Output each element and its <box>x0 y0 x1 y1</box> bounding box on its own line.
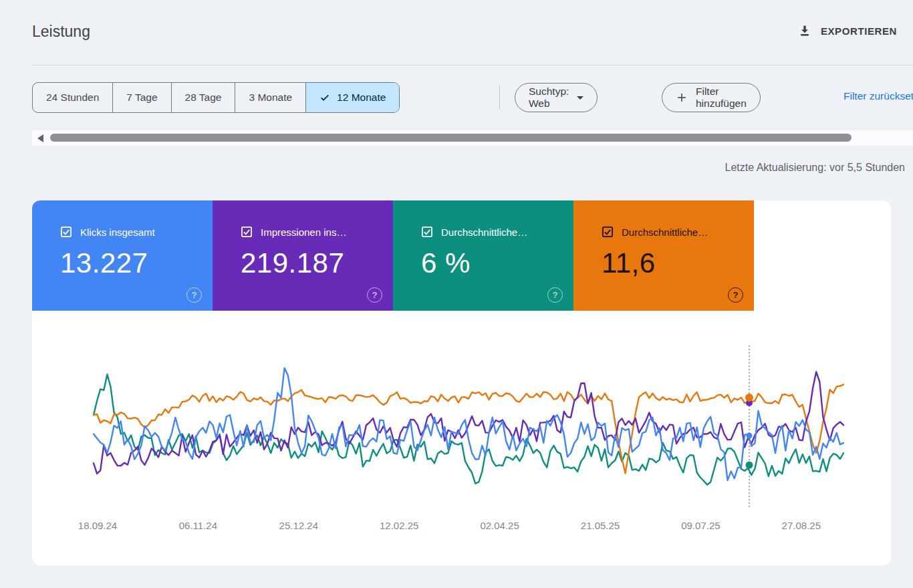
chevron-down-icon <box>577 96 583 100</box>
date-range-label: 28 Tage <box>185 92 222 104</box>
x-axis-label: 21.05.25 <box>581 520 620 531</box>
x-axis-label: 12.02.25 <box>380 520 418 531</box>
cursor-dot-ctr <box>746 462 753 469</box>
date-range-28-tage[interactable]: 28 Tage <box>172 83 236 112</box>
header-divider <box>32 65 913 65</box>
date-range-24-stunden[interactable]: 24 Stunden <box>33 83 113 112</box>
cursor-dot-position <box>745 394 753 402</box>
last-update-text: Letzte Aktualisierung: vor 5,5 Stunden <box>725 162 905 174</box>
x-axis: 18.09.2406.11.2425.12.2412.02.2502.04.25… <box>32 520 891 536</box>
check-icon <box>319 92 330 103</box>
date-range-3-monate[interactable]: 3 Monate <box>235 83 306 112</box>
x-axis-label: 06.11.24 <box>179 520 217 531</box>
date-range-label: 7 Tage <box>126 92 157 104</box>
series-line-impressionen <box>94 372 843 474</box>
performance-panel: Klicks insgesamt 13.227 ? Impressionen i… <box>32 200 891 565</box>
add-filter-button[interactable]: Filter hinzufügen <box>662 83 761 112</box>
scroll-left-arrow-icon[interactable] <box>37 134 43 142</box>
x-axis-label: 09.07.25 <box>681 520 720 531</box>
series-line-ctr <box>94 374 843 484</box>
x-axis-label: 25.12.24 <box>279 520 318 531</box>
filter-bar: 24 Stunden 7 Tage 28 Tage 3 Monate 12 Mo… <box>32 83 400 112</box>
x-axis-label: 02.04.25 <box>480 520 519 531</box>
date-range-label: 24 Stunden <box>46 92 99 104</box>
performance-chart[interactable] <box>32 200 891 565</box>
export-label: EXPORTIEREN <box>821 25 897 37</box>
scrollbar-thumb[interactable] <box>50 134 852 142</box>
date-range-7-tage[interactable]: 7 Tage <box>113 83 171 112</box>
x-axis-label: 18.09.24 <box>78 520 117 531</box>
add-filter-label: Filter hinzufügen <box>696 86 747 110</box>
date-range-selector: 24 Stunden 7 Tage 28 Tage 3 Monate 12 Mo… <box>32 82 400 113</box>
cursor-dot-klicks <box>747 433 753 439</box>
plus-icon <box>676 92 688 104</box>
reset-filters-link[interactable]: Filter zurücksetzen <box>843 90 913 102</box>
page-title: Leistung <box>32 23 90 41</box>
download-icon <box>798 24 811 37</box>
filter-row-divider <box>499 86 500 110</box>
search-type-dropdown[interactable]: Suchtyp: Web <box>515 83 598 112</box>
export-button[interactable]: EXPORTIEREN <box>798 24 897 37</box>
series-line-position <box>94 384 843 473</box>
x-axis-label: 27.08.25 <box>782 520 821 531</box>
date-range-12-monate[interactable]: 12 Monate <box>306 83 399 112</box>
horizontal-scrollbar[interactable] <box>32 130 913 146</box>
search-type-label: Suchtyp: Web <box>529 86 569 110</box>
date-range-label: 3 Monate <box>249 92 292 104</box>
date-range-label: 12 Monate <box>337 92 386 104</box>
